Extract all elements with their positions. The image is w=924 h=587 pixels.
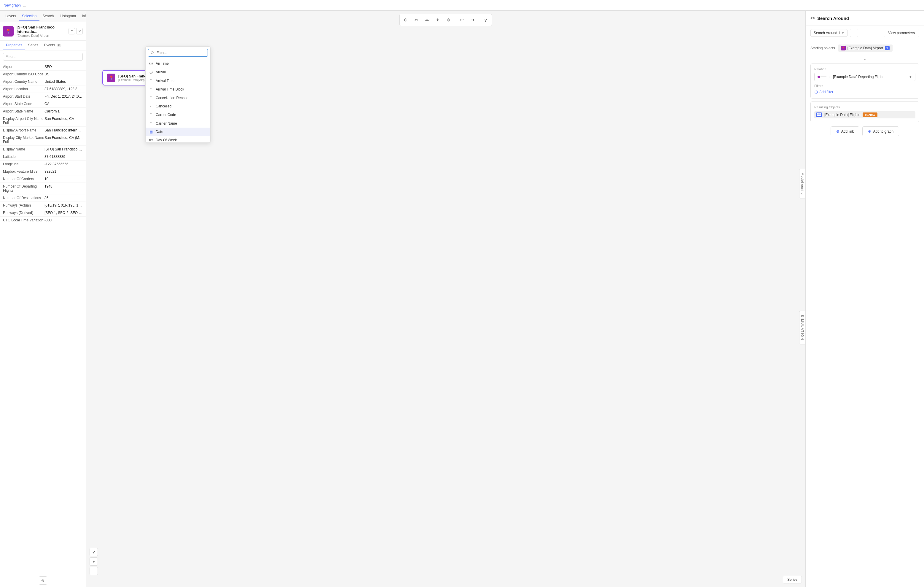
dropdown-item-label: Day Of Week	[156, 138, 177, 142]
series-button[interactable]: Series	[783, 576, 802, 584]
prop-val: -122.37555556	[45, 162, 83, 166]
table-row: Mapbox Feature Id v3332521	[0, 168, 86, 175]
prop-key: Airport State Code	[3, 102, 45, 106]
resulting-node-label: [Example Data] Flights	[824, 113, 860, 117]
dropdown-item[interactable]: "" Cancellation Reason	[145, 93, 210, 102]
tab-histogram[interactable]: Histogram	[57, 12, 79, 21]
add-to-panel-btn[interactable]: ⊕	[39, 576, 47, 585]
dropdown-item[interactable]: "" Carrier Name	[145, 119, 210, 127]
add-filter-btn[interactable]: ⊕ Add filter	[814, 89, 833, 95]
relation-chevron: ▼	[909, 75, 912, 79]
node-title: [SFO] San Francisco Internatio...	[16, 25, 66, 34]
model-config-label: Model config	[801, 172, 804, 194]
arrow-down: ↓	[810, 56, 919, 61]
dropdown-item[interactable]: "" Arrival Time	[145, 76, 210, 85]
resulting-objects-label: Resulting Objects	[814, 105, 916, 109]
dropdown-item-icon: ▪	[148, 104, 153, 108]
view-parameters-btn[interactable]: View parameters	[884, 29, 919, 37]
prop-key: Mapbox Feature Id v3	[3, 169, 45, 174]
table-row: Airport Country NameUnited States	[0, 78, 86, 86]
toolbar-redo-btn[interactable]: ↪	[468, 15, 477, 25]
rel-line	[820, 76, 827, 77]
prop-val: California	[45, 109, 83, 113]
map-controls: ⤢ + −	[89, 548, 98, 575]
dropdown-item[interactable]: 123 Day Of Week	[145, 136, 210, 142]
toolbar-node-btn[interactable]	[433, 15, 442, 25]
sub-tab-series[interactable]: Series	[25, 41, 41, 50]
prop-val: 332521	[45, 169, 83, 174]
dropdown-item-label: Carrier Code	[156, 113, 176, 117]
dropdown-item[interactable]: ◷ Arrival	[145, 68, 210, 76]
prop-key: Number Of Carriers	[3, 177, 45, 181]
tab-selection[interactable]: Selection	[19, 12, 40, 21]
table-row: Longitude-122.37555556	[0, 160, 86, 168]
right-panel-title: Search Around	[817, 16, 849, 21]
canvas-area: ⊙ ✂ ⊗ ↩ ↪ ? Model config SIMULATION 📍	[86, 11, 805, 587]
node-info: [SFO] San Francisco Internatio... [Examp…	[16, 25, 66, 37]
starting-node-label: [Example Data] Airport	[848, 46, 883, 50]
toolbar-cancel-btn[interactable]: ⊗	[444, 15, 453, 25]
main-layout: Layers Selection Search Histogram Info «…	[0, 0, 924, 587]
toolbar-undo-btn[interactable]: ↩	[457, 15, 467, 25]
dropdown-item[interactable]: ▪ Cancelled	[145, 102, 210, 111]
new-graph-link[interactable]: New graph	[3, 3, 21, 7]
add-link-btn[interactable]: ⊕ Add link	[831, 126, 860, 136]
canvas-node-icon: 📍	[107, 74, 116, 82]
starting-objects-row: Starting objects 📍 [Example Data] Airpor…	[810, 45, 919, 52]
simulation-tab[interactable]: SIMULATION	[799, 311, 805, 344]
dropdown-item[interactable]: ▦ Date	[145, 127, 210, 136]
node-edit-btn[interactable]: ✕	[76, 28, 83, 35]
relation-label: Relation	[814, 67, 916, 71]
tab-layers[interactable]: Layers	[2, 12, 19, 21]
dropdown-item-icon: ""	[148, 96, 153, 100]
sub-tab-events[interactable]: Events 0	[41, 41, 64, 50]
toolbar-scissors-btn[interactable]: ✂	[412, 15, 421, 25]
table-row: Number Of Departing Flights1948	[0, 183, 86, 194]
map-zoom-in-btn[interactable]: +	[89, 557, 98, 566]
map-zoom-out-btn[interactable]: −	[89, 567, 98, 575]
relation-select[interactable]: → [Example Data] Departing Flight ▼	[814, 73, 916, 81]
prop-val: San Francisco, CA	[45, 117, 83, 125]
dropdown-item-label: Arrival Time Block	[156, 87, 184, 91]
dropdown-search-input[interactable]	[148, 49, 208, 57]
node-view-btn[interactable]: ⊙	[69, 28, 75, 35]
prop-key: Display Name	[3, 147, 45, 151]
toolbar-help-btn[interactable]: ?	[481, 15, 490, 25]
prop-val: SFO	[45, 65, 83, 69]
prop-key: Airport Start Date	[3, 94, 45, 99]
top-bar-separator: ...	[23, 3, 26, 7]
starting-node-chip: 📍 [Example Data] Airport 1	[838, 45, 893, 52]
dropdown-item-icon: 123	[148, 139, 153, 142]
dropdown-item-icon: ▦	[148, 130, 153, 134]
table-row: UTC Local Time Variation-800	[0, 217, 86, 224]
property-filter-input[interactable]	[3, 53, 83, 61]
table-row: AirportSFO	[0, 63, 86, 71]
toolbar-link-btn[interactable]	[422, 15, 432, 25]
dropdown-item-label: Carrier Name	[156, 121, 177, 126]
add-to-graph-btn[interactable]: ⊕ Add to graph	[862, 126, 899, 136]
table-row: Number Of Destinations86	[0, 194, 86, 202]
action-row: ⊕ Add link ⊕ Add to graph	[810, 126, 919, 136]
relation-value: [Example Data] Departing Flight	[833, 75, 883, 79]
dropdown-item[interactable]: "" Arrival Time Block	[145, 85, 210, 93]
sa-add-tab-btn[interactable]: +	[850, 29, 858, 37]
tab-search[interactable]: Search	[40, 12, 57, 21]
sub-tab-properties[interactable]: Properties	[3, 41, 25, 50]
dropdown-item[interactable]: 123 Air Time	[145, 60, 210, 68]
prop-key: Display Airport Name	[3, 128, 45, 132]
node-header: 📍 [SFO] San Francisco Internatio... [Exa…	[0, 22, 86, 41]
prop-val: CA	[45, 102, 83, 106]
search-around-tab-select[interactable]: Search Around 1 ▼	[810, 29, 848, 37]
node-subtitle: [Example Data] Airport	[16, 34, 66, 37]
table-row: Display Airport City Name FullSan Franci…	[0, 115, 86, 127]
map-fit-btn[interactable]: ⤢	[89, 548, 98, 556]
prop-val: United States	[45, 79, 83, 84]
scissors-icon: ✂	[810, 15, 815, 21]
tab-info[interactable]: Info	[79, 12, 86, 21]
toolbar-target-btn[interactable]: ⊙	[401, 15, 411, 25]
table-row: Airport Start DateFri, Dec 1, 2017, 24:0…	[0, 93, 86, 100]
model-config-tab[interactable]: Model config	[799, 169, 805, 198]
sa-content: Starting objects 📍 [Example Data] Airpor…	[806, 40, 924, 587]
dropdown-item[interactable]: "" Carrier Code	[145, 111, 210, 119]
add-link-label: Add link	[841, 129, 854, 134]
